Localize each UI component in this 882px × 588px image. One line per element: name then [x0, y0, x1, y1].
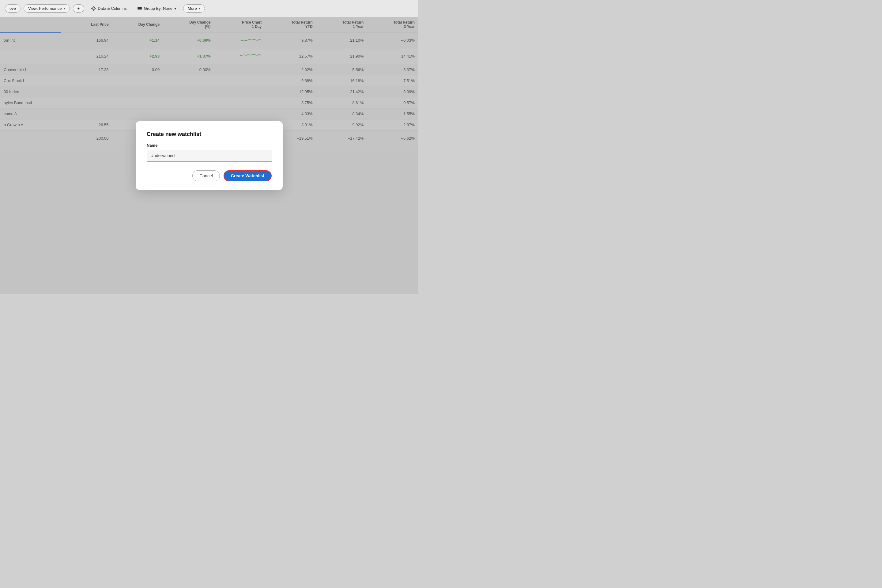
more-button[interactable]: More ▾ — [183, 4, 205, 12]
add-button[interactable]: + — [73, 4, 84, 12]
svg-rect-2 — [138, 8, 142, 9]
create-watchlist-modal: Create new watchlist Name Cancel Create … — [136, 121, 283, 190]
create-watchlist-button[interactable]: Create Watchlist — [224, 170, 272, 181]
cancel-button[interactable]: Cancel — [192, 170, 220, 181]
svg-rect-3 — [138, 9, 142, 10]
remove-button[interactable]: ove — [5, 4, 21, 12]
view-performance-button[interactable]: View: Performance ▾ — [24, 4, 70, 12]
svg-rect-1 — [138, 7, 142, 8]
modal-overlay: Create new watchlist Name Cancel Create … — [0, 17, 418, 294]
more-label: More — [188, 6, 197, 11]
view-performance-label: View: Performance — [28, 6, 62, 11]
data-columns-button[interactable]: Data & Columns — [87, 4, 130, 12]
list-icon — [137, 6, 142, 11]
group-by-chevron-icon: ▾ — [174, 6, 176, 11]
add-icon: + — [78, 6, 80, 11]
modal-actions: Cancel Create Watchlist — [147, 170, 272, 181]
remove-label: ove — [9, 6, 16, 11]
group-by-button[interactable]: Group By: None ▾ — [134, 4, 180, 12]
svg-point-0 — [93, 8, 94, 9]
data-columns-label: Data & Columns — [98, 6, 127, 11]
modal-name-label: Name — [147, 143, 272, 148]
watchlist-name-input[interactable] — [147, 150, 272, 162]
chevron-down-icon: ▾ — [64, 7, 65, 10]
gear-icon — [91, 6, 96, 11]
more-chevron-icon: ▾ — [199, 7, 200, 10]
modal-title: Create new watchlist — [147, 131, 272, 138]
toolbar: ove View: Performance ▾ + Data & Columns… — [0, 0, 418, 17]
group-by-label: Group By: None — [144, 6, 172, 11]
table-container: Last Price Day Change Day Change(%) Pric… — [0, 17, 418, 294]
